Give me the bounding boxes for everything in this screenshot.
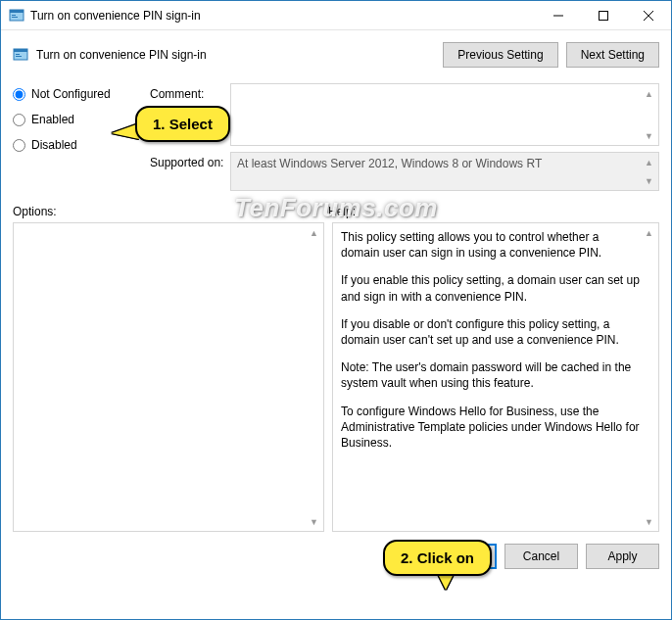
svg-rect-3 [12,17,18,18]
scroll-up-icon[interactable]: ▲ [642,86,656,101]
policy-icon [13,47,28,63]
apply-button[interactable]: Apply [586,544,659,569]
scroll-down-icon[interactable]: ▼ [642,514,656,529]
titlebar: Turn on convenience PIN sign-in [1,1,671,30]
comment-textarea[interactable]: ▲ ▼ [230,83,659,146]
radio-not-configured-input[interactable] [13,88,25,101]
radio-not-configured[interactable]: Not Configured [13,87,150,101]
scroll-down-icon[interactable]: ▼ [642,128,656,143]
close-button[interactable] [626,1,671,30]
svg-rect-2 [12,15,16,16]
radio-label: Not Configured [31,87,111,101]
header-row: Turn on convenience PIN sign-in Previous… [1,30,671,75]
cancel-button[interactable]: Cancel [504,544,578,569]
state-radio-group: Not Configured Enabled Disabled [13,83,150,197]
page-title: Turn on convenience PIN sign-in [36,48,443,62]
radio-label: Disabled [31,138,77,152]
window-title: Turn on convenience PIN sign-in [30,9,536,23]
help-panel: This policy setting allows you to contro… [332,222,659,532]
previous-setting-button[interactable]: Previous Setting [443,42,557,68]
scroll-down-icon[interactable]: ▼ [307,514,321,529]
maximize-button[interactable] [581,1,626,30]
help-paragraph: This policy setting allows you to contro… [341,229,641,261]
help-paragraph: If you enable this policy setting, a dom… [341,272,641,304]
next-setting-button[interactable]: Next Setting [566,42,659,68]
radio-disabled-input[interactable] [13,139,25,152]
minimize-button[interactable] [536,1,581,30]
svg-rect-1 [10,10,24,13]
radio-label: Enabled [31,113,74,126]
options-label: Options: [13,205,328,218]
svg-rect-5 [600,12,608,21]
radio-disabled[interactable]: Disabled [13,138,150,152]
policy-editor-window: Turn on convenience PIN sign-in Turn on … [0,0,672,620]
app-icon [9,8,24,24]
help-label: Help: [328,205,356,218]
help-paragraph: If you disable or don't configure this p… [341,316,641,348]
footer-buttons: OK Cancel Apply [1,538,671,579]
panels: ▲ ▼ This policy setting allows you to co… [1,220,671,538]
help-text: This policy setting allows you to contro… [341,229,641,451]
annotation-callout-2: 2. Click on [383,540,492,576]
scroll-down-icon[interactable]: ▼ [642,173,656,188]
supported-label: Supported on: [150,152,230,191]
window-controls [536,1,671,29]
svg-rect-10 [16,54,20,55]
help-paragraph: To configure Windows Hello for Business,… [341,404,641,452]
radio-enabled-input[interactable] [13,114,25,126]
options-panel: ▲ ▼ [13,222,324,532]
annotation-callout-1: 1. Select [135,106,230,142]
scroll-up-icon[interactable]: ▲ [642,225,656,240]
scroll-up-icon[interactable]: ▲ [307,225,321,240]
svg-rect-11 [16,56,22,57]
svg-rect-9 [14,49,27,52]
supported-on-value: At least Windows Server 2012, Windows 8 … [237,157,542,170]
scroll-up-icon[interactable]: ▲ [642,155,656,169]
help-paragraph: Note: The user's domain password will be… [341,359,641,391]
panel-labels: Options: Help: [1,201,671,220]
config-area: Not Configured Enabled Disabled Comment:… [1,75,671,201]
supported-on-box: At least Windows Server 2012, Windows 8 … [230,152,659,191]
